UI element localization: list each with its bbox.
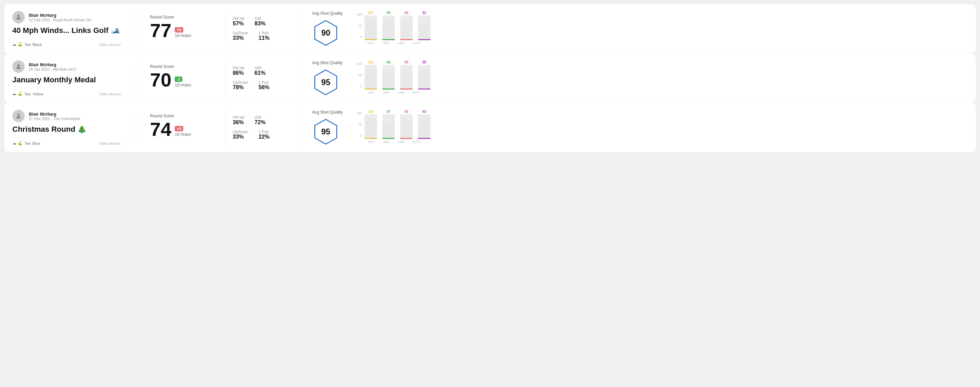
card-quality-section: Avg Shot Quality 95 <box>309 110 350 146</box>
fw-hit-label: FW Hit <box>233 66 244 70</box>
section-divider-2 <box>226 60 226 96</box>
score-number: 77 <box>150 21 171 40</box>
bar-column: 82 <box>417 11 432 40</box>
x-axis-label: ARG <box>394 140 409 144</box>
bar-stripe <box>382 138 395 139</box>
player-meta: 27 Dec 2021 · The Oxfordshire <box>29 117 80 121</box>
score-badge-group: -2 18 Holes <box>175 76 191 87</box>
bar-stripe <box>400 89 413 90</box>
bar-body <box>418 114 430 139</box>
bar-stripe <box>400 39 413 40</box>
y-axis: 100 50 0 <box>356 13 362 40</box>
metrics-row-top: FW Hit 36% GIR 72% <box>233 115 294 125</box>
bars-row: 110 87 95 <box>363 111 432 139</box>
y-axis: 100 50 0 <box>356 62 362 90</box>
bar-column: 96 <box>399 60 414 90</box>
score-badge: +5 <box>175 27 183 33</box>
score-row: 70 -2 18 Holes <box>150 70 212 90</box>
avg-quality-label: Avg Shot Quality <box>312 60 342 65</box>
wind-icon: ⛳ <box>18 141 22 146</box>
score-number: 70 <box>150 70 171 90</box>
card-metrics-section: FW Hit 36% GIR 72% Up/Down 33% 1 Putt <box>233 110 294 146</box>
card-chart-section: 100 50 0 107 95 <box>350 11 968 47</box>
tee-label: Tee: Yellow <box>24 92 43 96</box>
tee-info: ☁ ⛳ Tee: Yellow <box>12 92 43 96</box>
fw-hit-value: 86% <box>233 70 244 76</box>
metrics-row-top: FW Hit 57% GIR 83% <box>233 16 294 27</box>
x-axis-label: PUTT <box>409 91 424 94</box>
bar-body <box>364 65 377 90</box>
bar-body <box>418 16 430 40</box>
bar-value-label: 93 <box>422 110 426 114</box>
player-meta: 12 Feb 2022 · Royal North Devon GC <box>29 18 92 22</box>
player-details: Blair McHarg 29 Jan 2022 · Mill Ride GCC <box>29 62 76 71</box>
x-labels-row: OTTAPPARGPUTT <box>356 91 964 94</box>
card-left-section: Blair McHarg 29 Jan 2022 · Mill Ride GCC… <box>12 60 129 96</box>
x-axis-label: ARG <box>394 41 409 45</box>
bar-column: 101 <box>363 60 378 90</box>
card-score-section: Round Score 74 +2 18 Holes <box>143 110 219 146</box>
card-chart-section: 100 50 0 110 87 <box>350 110 968 146</box>
player-meta: 29 Jan 2022 · Mill Ride GCC <box>29 67 76 71</box>
section-divider-3 <box>301 11 302 47</box>
bar-body <box>400 65 413 90</box>
section-divider-1 <box>136 11 136 47</box>
bar-column: 87 <box>381 110 396 139</box>
oneputt-label: 1 Putt <box>258 130 269 134</box>
fw-hit-value: 36% <box>233 119 244 125</box>
svg-point-2 <box>18 64 20 67</box>
gir-value: 83% <box>255 21 266 27</box>
svg-point-0 <box>18 15 20 17</box>
player-info: Blair McHarg 27 Dec 2021 · The Oxfordshi… <box>12 110 121 122</box>
round-score-label: Round Score <box>150 114 212 118</box>
tee-icons: ☁ ⛳ <box>12 141 22 146</box>
bar-column: 86 <box>381 60 396 90</box>
bar-stripe <box>418 39 430 40</box>
chart-inner: 100 50 0 110 87 <box>356 111 964 139</box>
score-row: 77 +5 18 Holes <box>150 21 212 40</box>
y-label-50: 50 <box>356 73 362 77</box>
x-axis-label: APP <box>379 140 394 144</box>
bars-row: 101 86 96 <box>363 62 432 90</box>
person-icon <box>15 113 22 119</box>
score-badge-group: +5 18 Holes <box>175 27 191 38</box>
x-axis-label: OTT <box>364 91 379 94</box>
updown-value: 78% <box>233 84 248 90</box>
x-axis-label: APP <box>379 41 394 45</box>
player-name: Blair McHarg <box>29 62 76 67</box>
player-info: Blair McHarg 29 Jan 2022 · Mill Ride GCC <box>12 60 121 73</box>
card-score-section: Round Score 77 +5 18 Holes <box>143 11 219 47</box>
card-footer: ☁ ⛳ Tee: Yellow Data: Arccos <box>12 92 121 96</box>
score-badge-group: +2 18 Holes <box>175 126 191 137</box>
avatar <box>12 11 25 23</box>
card-footer: ☁ ⛳ Tee: Black Data: Arccos <box>12 42 121 47</box>
x-axis-label: OTT <box>364 140 379 144</box>
wind-icon: ⛳ <box>18 92 22 96</box>
updown-metric: Up/Down 33% <box>233 31 248 41</box>
bar-stripe <box>418 89 430 90</box>
card-score-section: Round Score 70 -2 18 Holes <box>143 60 219 96</box>
shot-quality-chart: 100 50 0 107 95 <box>356 13 964 45</box>
gir-value: 72% <box>255 119 266 125</box>
bar-column: 107 <box>363 11 378 40</box>
bar-stripe <box>364 89 377 90</box>
hexagon: 90 <box>312 19 339 47</box>
score-badge: -2 <box>175 76 182 82</box>
oneputt-label: 1 Putt <box>258 80 269 84</box>
avatar <box>12 110 25 122</box>
bar-stripe <box>364 138 377 139</box>
x-axis-label: APP <box>379 91 394 94</box>
chart-inner: 100 50 0 107 95 <box>356 13 964 40</box>
bar-body <box>364 16 377 40</box>
card-quality-section: Avg Shot Quality 90 <box>309 11 350 47</box>
cloud-icon: ☁ <box>12 141 16 146</box>
avatar <box>12 60 25 73</box>
y-label-0: 0 <box>356 134 362 138</box>
oneputt-metric: 1 Putt 22% <box>258 130 269 140</box>
y-label-50: 50 <box>356 24 362 27</box>
fw-hit-metric: FW Hit 86% <box>233 66 244 76</box>
bar-body <box>400 114 413 139</box>
tee-info: ☁ ⛳ Tee: Black <box>12 42 42 47</box>
oneputt-label: 1 Putt <box>258 31 269 35</box>
fw-hit-metric: FW Hit 36% <box>233 115 244 125</box>
